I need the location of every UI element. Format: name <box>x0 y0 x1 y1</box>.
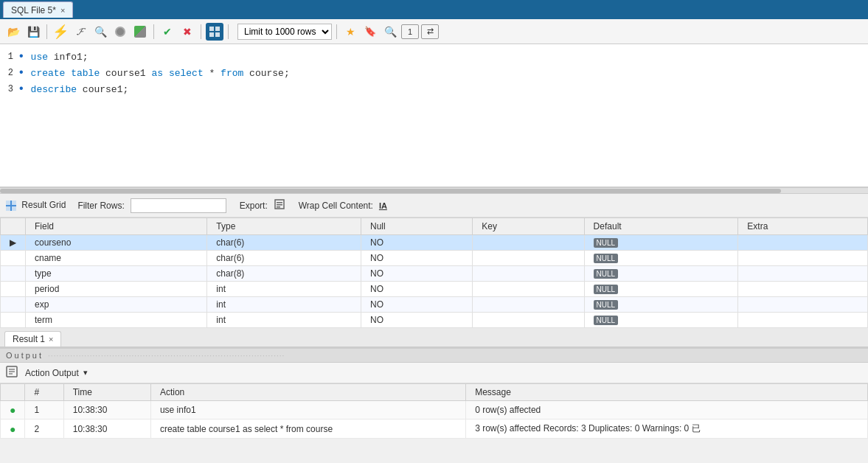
sep1 <box>46 24 47 39</box>
table-row[interactable]: ▶ courseno char(6) NO NULL <box>1 235 868 251</box>
output-toolbar: Action Output ▾ <box>0 363 868 383</box>
output-message: 0 row(s) affected <box>466 401 868 420</box>
output-col-time[interactable]: Time <box>63 384 150 401</box>
row-indicator <box>1 282 26 297</box>
table-row[interactable]: type char(8) NO NULL <box>1 266 868 282</box>
search2-button[interactable]: 🔍 <box>381 23 399 41</box>
sql-file-tab[interactable]: SQL File 5* × <box>3 1 73 18</box>
svg-rect-2 <box>209 32 214 37</box>
commit-button[interactable]: ✔ <box>159 23 176 41</box>
output-status-icon: ● <box>1 401 25 420</box>
null-badge: NULL <box>594 316 619 325</box>
cell-type: int <box>207 297 361 313</box>
cell-type: int <box>207 282 361 297</box>
action-output-label: Action Output <box>25 368 79 378</box>
data-table-wrap: Field Type Null Key Default Extra ▶ cour… <box>0 217 868 328</box>
svg-rect-7 <box>12 206 16 211</box>
result-grid-tab-label[interactable]: Result Grid <box>6 200 66 211</box>
editor-area[interactable]: 1 • use info1; 2 • create table course1 … <box>0 44 868 188</box>
output-col-action[interactable]: Action <box>150 384 465 401</box>
col-key[interactable]: Key <box>473 218 584 235</box>
rollback-button[interactable]: ✖ <box>178 23 196 41</box>
cell-null: NO <box>361 266 473 282</box>
sep5 <box>336 24 337 39</box>
col-null[interactable]: Null <box>361 218 473 235</box>
table-row[interactable]: term int NO NULL <box>1 313 868 328</box>
svg-rect-3 <box>215 32 220 37</box>
cell-null: NO <box>361 297 473 313</box>
stop-execute-button[interactable] <box>111 23 129 41</box>
line-number-1: 1 <box>0 52 18 62</box>
cell-null: NO <box>361 251 473 266</box>
tab-bar: SQL File 5* × <box>0 0 868 19</box>
star-button[interactable]: ★ <box>341 23 359 41</box>
cell-key <box>473 313 584 328</box>
save-button[interactable]: 💾 <box>24 23 42 41</box>
open-button[interactable]: 📂 <box>4 23 22 41</box>
line-number-2: 2 <box>0 68 18 78</box>
result-tab-1-close[interactable]: × <box>49 335 53 344</box>
toolbar: 📂 💾 ⚡ 𝓕 🔍 ✔ ✖ Limit to 1000 rows Don't L… <box>0 19 868 44</box>
svg-rect-0 <box>209 27 214 31</box>
line-dot-1: • <box>18 51 25 63</box>
tab-close-button[interactable]: × <box>60 6 65 15</box>
cell-key <box>473 266 584 282</box>
output-section: Output ·································… <box>0 347 868 439</box>
cell-type: char(6) <box>207 251 361 266</box>
split-button[interactable]: ⇄ <box>421 24 439 39</box>
output-time: 10:38:30 <box>63 401 150 420</box>
cell-extra <box>738 297 868 313</box>
editor-scrollbar-thumb <box>0 189 781 193</box>
col-extra[interactable]: Extra <box>738 218 868 235</box>
col-field[interactable]: Field <box>26 218 207 235</box>
limit-select[interactable]: Limit to 1000 rows Don't Limit Limit to … <box>237 24 332 40</box>
cell-field: courseno <box>26 235 207 251</box>
output-col-num[interactable]: # <box>25 384 63 401</box>
result-tab-1[interactable]: Result 1 × <box>4 331 61 347</box>
line-number-3: 3 <box>0 84 18 94</box>
cell-default: NULL <box>584 266 738 282</box>
table-row[interactable]: cname char(6) NO NULL <box>1 251 868 266</box>
cell-field: exp <box>26 297 207 313</box>
cell-default: NULL <box>584 235 738 251</box>
row-indicator <box>1 266 26 282</box>
output-status-icon: ● <box>1 420 25 439</box>
table-grid-button[interactable] <box>206 23 223 41</box>
copy-button[interactable]: 1 <box>401 24 419 39</box>
table-row[interactable]: period int NO NULL <box>1 282 868 297</box>
filter-rows-input[interactable] <box>131 198 226 213</box>
output-col-indicator <box>1 384 25 401</box>
bookmark-button[interactable]: 🔖 <box>361 23 379 41</box>
action-output-icon <box>6 366 18 380</box>
output-num: 2 <box>25 420 63 439</box>
cell-field: period <box>26 282 207 297</box>
cell-default: NULL <box>584 297 738 313</box>
output-row: ● 2 10:38:30 create table course1 as sel… <box>1 420 868 439</box>
action-output-dropdown[interactable]: ▾ <box>83 368 88 377</box>
find-button[interactable]: 🔍 <box>91 23 109 41</box>
cell-key <box>473 282 584 297</box>
null-badge: NULL <box>594 269 619 279</box>
cell-field: type <box>26 266 207 282</box>
svg-rect-5 <box>12 201 16 205</box>
row-indicator <box>1 297 26 313</box>
output-action: create table course1 as select * from co… <box>150 420 465 439</box>
execute-button[interactable]: ⚡ <box>52 23 69 41</box>
bottom-section: Result Grid Filter Rows: Export: Wrap Ce… <box>0 194 868 463</box>
col-default[interactable]: Default <box>584 218 738 235</box>
toggle-button[interactable] <box>131 23 149 41</box>
code-text-2: create table course1 as select * from co… <box>31 68 290 79</box>
cell-type: char(8) <box>207 266 361 282</box>
explain-button[interactable]: 𝓕 <box>72 23 89 41</box>
table-row[interactable]: exp int NO NULL <box>1 297 868 313</box>
wrap-cell-icon[interactable]: IA <box>379 201 387 210</box>
code-text-3: describe course1; <box>31 84 129 95</box>
output-col-message[interactable]: Message <box>466 384 868 401</box>
editor-horizontal-scroll[interactable] <box>0 188 868 194</box>
col-type[interactable]: Type <box>207 218 361 235</box>
null-badge: NULL <box>594 238 619 248</box>
row-indicator <box>1 313 26 328</box>
svg-rect-9 <box>277 202 282 203</box>
svg-rect-11 <box>277 206 280 208</box>
export-icon[interactable] <box>274 198 285 212</box>
